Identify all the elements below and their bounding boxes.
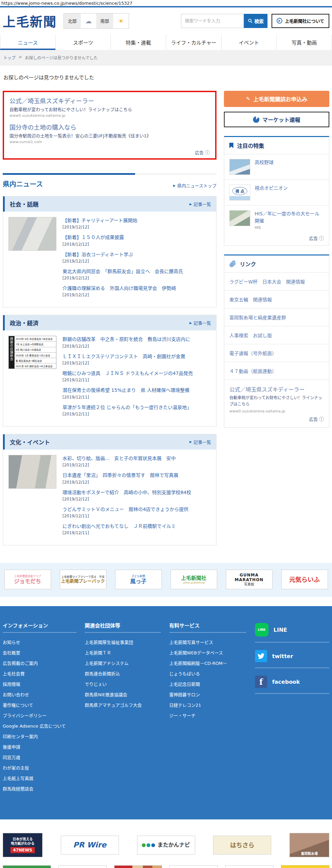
banner-jomo-publishing[interactable]: 上毛新聞社 jomo publishing <box>171 570 217 589</box>
footer-link[interactable]: 雷神囲碁サロン <box>169 691 255 698</box>
banner-yell[interactable]: yell <box>170 865 218 868</box>
article-photo[interactable] <box>8 455 56 489</box>
article-link[interactable]: 【新着】チャリティーアート展開始 <box>62 217 211 224</box>
kennai-news-top-link[interactable]: ▶ 県内ニューストップ <box>173 182 216 189</box>
site-logo[interactable]: 上毛新聞 <box>3 11 57 30</box>
article-link[interactable]: にぎわい創出へ光でおもてなし ＪＲ前橋駅でイルミ <box>62 523 211 530</box>
article-link[interactable]: 介護職の理解深める 外国人向け職場見学会 伊勢崎 <box>62 285 211 292</box>
footer-link[interactable]: 上毛紙上写真展 <box>3 775 85 781</box>
featured-item-shiten-opinion[interactable]: 視 点 視点オピニオン <box>224 180 329 205</box>
article-list-link[interactable]: ▶ 記事一覧 <box>189 320 211 326</box>
link-47-douga[interactable]: ４７動画（紙面連動） <box>224 362 329 380</box>
line-link[interactable]: LINE LINE <box>255 622 329 642</box>
banner-gunma-marathon[interactable]: GUNMA MARATHON 写真館 <box>226 570 273 589</box>
subscribe-button[interactable]: ✎ 上毛新聞購読お申込み <box>224 91 329 107</box>
link-jinji-search[interactable]: 人事検索 お試し版 <box>224 326 329 344</box>
banner-47news[interactable]: 日本が見える 地方紙がわかる 47NEWS <box>3 833 43 857</box>
footer-link[interactable]: 後援申請 <box>3 743 85 750</box>
article-link[interactable]: 水彩、切り絵、版画... 亥と子の年賀状見本展 安中 <box>62 455 211 462</box>
article-link[interactable]: うどんサミットＶのメニュー 館林の4店できょうから提供 <box>62 506 211 513</box>
banner-harebutai[interactable]: ハレブタイ 上毛新聞社のクラウドファンディング <box>281 865 329 868</box>
banner-genki-life[interactable]: 元気らいふ <box>281 570 328 589</box>
article-link[interactable]: 眼鏡にひみつ道具 ＪＩＮＳ ドラえもんイメージの47品発売 <box>62 370 211 377</box>
article-link[interactable]: 草津が５年連続２位 じゃらんの「もう一度行きたい温泉地」 <box>62 404 211 411</box>
footer-link[interactable]: でりじぇい <box>85 681 169 687</box>
footer-link[interactable]: ジー・サーチ <box>169 712 255 718</box>
footer-link[interactable]: 採用情報 <box>3 681 85 687</box>
article-link[interactable]: 【新着】浴衣コーディネート学ぶ <box>62 251 211 258</box>
article-link[interactable]: 【新着】１５０人が成果披露 <box>62 234 211 241</box>
article-link[interactable]: 群銀の店舗改革 中之条・原町を統合 敷島は渋川支店内に <box>62 336 211 343</box>
footer-link[interactable]: 著作権について <box>3 702 85 708</box>
footer-link[interactable]: じょうもばいる <box>169 670 255 677</box>
footer-link[interactable]: プライバシーポリシー <box>3 712 85 718</box>
article-link[interactable]: 東北大県内同窓会 「群馬萩友会」設立へ 会長に腰高氏 <box>62 268 211 275</box>
banner-47club[interactable]: 47CLUB <box>58 865 107 868</box>
banner-hachisara[interactable]: はちさら <box>213 836 271 855</box>
search-input[interactable] <box>181 14 244 28</box>
facebook-link[interactable]: f facebook <box>255 674 329 693</box>
link-tomioka-silk-mill[interactable]: 富岡製糸場と絹産業遺産群 <box>224 308 329 326</box>
sidebar-ad[interactable]: 公式／埼玉県スズキディーラー 自動車税が変わってお財布にやさしい！ラインナップは… <box>224 380 329 427</box>
ad-title[interactable]: 公式／埼玉県スズキディーラー <box>229 385 324 393</box>
ad-link[interactable]: 公式／埼玉県スズキディーラー 自動車税が変わってお財布にやさしい！ラインナップは… <box>9 96 210 118</box>
footer-link[interactable]: 上毛新聞縮刷版－CD-ROM－ <box>169 660 255 666</box>
banner-nihon-no-shoku[interactable]: 日本の食 <box>114 865 162 868</box>
banner-matakan-navi[interactable]: またかんナビ <box>137 836 195 855</box>
footer-link[interactable]: 群馬政経懇談会 <box>3 785 85 792</box>
nav-tab-sports[interactable]: スポーツ <box>55 35 111 50</box>
footer-link[interactable]: Google Adsence 広告について <box>3 723 85 729</box>
info-icon[interactable]: ⓘ <box>319 415 324 422</box>
ad-title[interactable]: 公式／埼玉県スズキディーラー <box>9 96 210 105</box>
footer-link[interactable]: 上毛記念日新聞 <box>169 681 255 687</box>
search-button[interactable]: 検索 <box>244 14 267 28</box>
banner-gyosei-journal[interactable]: 全国の都道府県市区町村 行政専門情報サイト 47行政ジャーナル <box>3 865 51 868</box>
info-icon[interactable]: ⓘ <box>319 235 324 241</box>
twitter-link[interactable]: twitter <box>255 649 329 668</box>
footer-link[interactable]: 上毛社会賞 <box>3 670 85 677</box>
article-list-link[interactable]: ▶ 記事一覧 <box>189 439 211 445</box>
footer-link[interactable]: 群馬県アマチュアゴルフ大会 <box>85 702 169 708</box>
footer-link[interactable]: 群馬県NIE推進協議会 <box>85 691 169 698</box>
footer-link[interactable]: 上毛新聞WEBデータベース <box>169 649 255 656</box>
featured-item-his-ad[interactable]: HIS／年に一度の冬の大セール開催 HIS <box>224 205 329 235</box>
banner-prwire[interactable]: PR Wire <box>61 836 119 855</box>
footer-link[interactable]: 上毛新聞ＴＲ <box>85 649 169 656</box>
article-link[interactable]: 環境活動をポスターで紹介 高崎の小中、特別支援学校84校 <box>62 489 211 496</box>
footer-link[interactable]: お問い合わせ <box>3 691 85 698</box>
nav-tab-life-culture[interactable]: ライフ・カルチャー <box>166 35 221 50</box>
article-table-graphic[interactable]: 群銀の店舗統合 2019年 6月 本庄南支店→本庄支店 7月 水上支店→月夜野支… <box>8 336 56 369</box>
about-button[interactable]: ▶ 上毛新聞社について <box>272 14 329 28</box>
featured-item-koukouyakyu[interactable]: 高校野球 <box>224 154 329 180</box>
banner-playback[interactable]: 上毛新聞ライブラリーで見る 平成 上毛新聞プレーバック <box>60 570 106 589</box>
ad-title[interactable]: 国分寺の土地の購入なら <box>9 123 210 131</box>
footer-link[interactable]: 群馬連合新聞折込 <box>85 670 169 677</box>
footer-link[interactable]: 上毛新聞アドシステム <box>85 660 169 666</box>
footer-link[interactable]: 印刷センター案内 <box>3 733 85 739</box>
link-denshi-sokuho[interactable]: 電子速報（号外紙面） <box>224 344 329 362</box>
footer-link[interactable]: 会社概要 <box>3 649 85 656</box>
nav-tab-events[interactable]: イベント <box>221 35 277 50</box>
banner-jomodachi[interactable]: 上毛新聞愛読者クラブ ジョモだち <box>4 570 51 589</box>
article-link[interactable]: 日本遺産「里沼」 四季折々の情景写す 館林で写真展 <box>62 472 211 479</box>
footer-link[interactable]: 上毛新聞写真サービス <box>169 639 255 645</box>
article-list-link[interactable]: ▶ 記事一覧 <box>189 201 211 207</box>
footer-link[interactable]: 同窓万歳 <box>3 754 85 760</box>
article-link[interactable]: 潜在保育士の復帰希望 15%止まり 県 人材確保へ環境整備 <box>62 387 211 394</box>
nav-tab-photo-video[interactable]: 写真・動画 <box>276 35 332 50</box>
link-rugby-world-cup[interactable]: ラグビーW杯 日本大会 関連情報 <box>224 272 329 290</box>
nav-tab-news[interactable]: ニュース <box>0 35 55 50</box>
link-tokyo-olympics[interactable]: 東京五輪 関連情報 <box>224 290 329 308</box>
footer-link[interactable]: 広告掲載のご案内 <box>3 660 85 666</box>
banner-gogai[interactable]: 号 号外 <box>225 865 274 868</box>
footer-link[interactable]: わが家の主役 <box>3 764 85 771</box>
banner-kazekko[interactable]: 子ども新聞 風っ子 <box>115 570 162 589</box>
article-link[interactable]: ＬＩＸＩＬエクステリアコンテスト 高崎・創園社が金賞 <box>62 353 211 360</box>
article-photo[interactable] <box>8 217 56 251</box>
nav-tab-features[interactable]: 特集・連載 <box>110 35 166 50</box>
ad-link[interactable]: 国分寺の土地の購入なら 国分寺駅周辺の土地を一覧表示！安心の三菱UFJ不動産販売… <box>9 123 210 144</box>
footer-link[interactable]: お知らせ <box>3 639 85 645</box>
info-icon[interactable]: ⓘ <box>205 149 210 156</box>
footer-link[interactable]: 日経テレコン21 <box>169 702 255 708</box>
banner-tomioka-silk-mill[interactable]: 富岡製糸場 <box>289 833 329 857</box>
